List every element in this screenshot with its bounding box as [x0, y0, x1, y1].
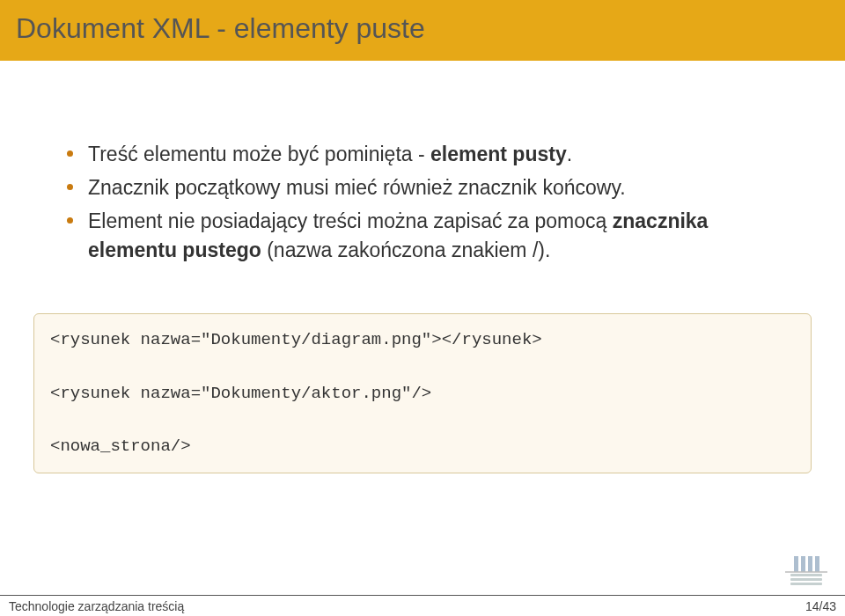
footer-right: 14/43: [805, 599, 836, 613]
svg-rect-1: [790, 578, 822, 581]
code-block: <rysunek nazwa="Dokumenty/diagram.png"><…: [33, 313, 812, 473]
list-item: Znacznik początkowy musi mieć również zn…: [88, 173, 792, 202]
slide-title: Dokument XML - elementy puste: [0, 0, 845, 61]
footer: Technologie zarządzania treścią 14/43: [0, 595, 845, 616]
logo-icon: [782, 551, 831, 590]
svg-rect-6: [815, 556, 819, 572]
footer-left: Technologie zarządzania treścią: [9, 599, 184, 613]
svg-rect-5: [808, 556, 812, 572]
svg-rect-3: [794, 556, 798, 572]
slide-content: Treść elementu może być pominięta - elem…: [0, 61, 845, 287]
list-item: Element nie posiadający treści można zap…: [88, 207, 792, 263]
bullet-list: Treść elementu może być pominięta - elem…: [88, 140, 792, 264]
svg-rect-2: [790, 583, 822, 585]
list-item: Treść elementu może być pominięta - elem…: [88, 140, 792, 168]
svg-rect-0: [790, 574, 822, 576]
svg-rect-4: [801, 556, 805, 572]
